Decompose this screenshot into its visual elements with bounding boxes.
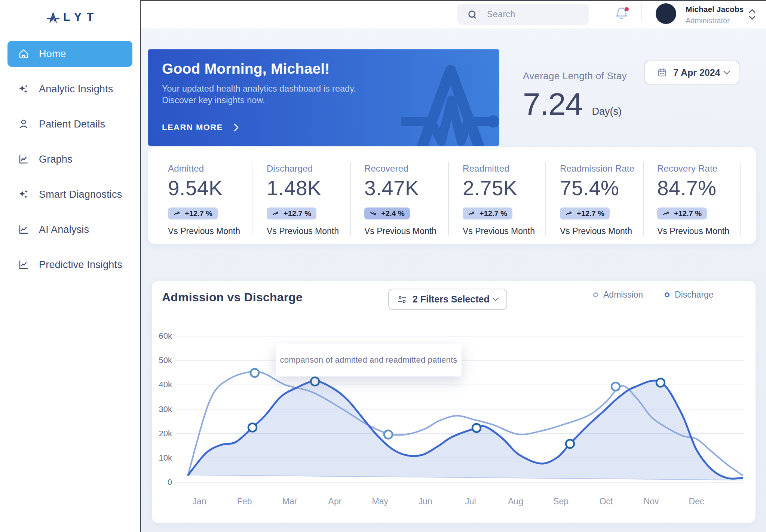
user-menu-chevrons-icon[interactable] xyxy=(748,6,756,23)
trending-up-icon xyxy=(662,209,671,218)
svg-text:Jun: Jun xyxy=(419,496,432,506)
sidebar-item-label: Analytic Insights xyxy=(39,83,113,95)
avg-stay-label: Average Length of Stay xyxy=(523,70,627,82)
stat-delta: +12.7 % xyxy=(577,209,604,218)
stat-delta: +12.7 % xyxy=(479,209,507,218)
svg-text:Nov: Nov xyxy=(644,496,659,506)
dashboard-app: LYT Home Analytic Insights Patient Detai… xyxy=(0,0,766,532)
stat-discharged: Discharged 1.48K +12.7 % Vs Previous Mon… xyxy=(267,147,356,244)
stat-label: Recovered xyxy=(364,163,408,174)
user-avatar[interactable] xyxy=(656,3,676,24)
stats-card: Admitted 9.54K +12.7 % Vs Previous Month… xyxy=(148,147,756,244)
stat-value: 84.7% xyxy=(657,176,716,200)
sidebar-item-label: Predictive Insights xyxy=(39,259,122,271)
topbar-divider xyxy=(641,3,641,22)
search-input[interactable]: Search xyxy=(457,4,589,25)
stat-note: Vs Previous Month xyxy=(560,226,632,236)
sidebar-item-label: Smart Diagnostics xyxy=(39,189,122,200)
sidebar-item-patient-details[interactable]: Patient Details xyxy=(7,111,132,137)
stat-trend-badge: +2.4 % xyxy=(364,207,410,219)
sidebar-item-analytic-insights[interactable]: Analytic Insights xyxy=(7,76,132,102)
welcome-banner: Good Morning, Michael! Your updated heal… xyxy=(148,49,499,146)
sidebar-item-label: Home xyxy=(39,48,66,60)
stat-delta: +12.7 % xyxy=(185,209,212,218)
chart-tooltip-text: comparison of admitted and readmitted pa… xyxy=(280,355,457,365)
search-icon xyxy=(467,9,478,20)
svg-text:Sep: Sep xyxy=(553,496,569,506)
date-picker-button[interactable]: 7 Apr 2024 xyxy=(644,61,739,84)
home-icon xyxy=(18,48,29,59)
stat-label: Admitted xyxy=(168,163,204,174)
user-name: Michael Jacobs xyxy=(686,5,744,14)
trending-up-icon xyxy=(468,209,476,218)
svg-text:May: May xyxy=(372,496,389,506)
sidebar-item-label: Graphs xyxy=(39,154,73,165)
stat-recovered: Recovered 3.47K +2.4 % Vs Previous Month xyxy=(364,147,454,244)
banner-subtitle-line1: Your updated health analytics dashboard … xyxy=(162,83,356,95)
stat-trend-badge: +12.7 % xyxy=(463,207,512,219)
avg-stay-value-row: 7.24 Day(s) xyxy=(523,86,622,122)
banner-subtitle-line2: Discover key insights now. xyxy=(162,95,356,106)
stat-trend-badge: +12.7 % xyxy=(168,207,218,219)
stat-value: 75.4% xyxy=(560,176,619,200)
brand-logo-text: LYT xyxy=(63,10,99,24)
chart-tooltip: comparison of admitted and readmitted pa… xyxy=(276,344,462,376)
sidebar-item-graphs[interactable]: Graphs xyxy=(7,146,132,172)
svg-text:Jan: Jan xyxy=(192,496,206,506)
chevron-right-icon xyxy=(233,123,239,132)
banner-title: Good Morning, Michael! xyxy=(162,61,330,77)
brand-watermark-icon xyxy=(401,62,499,146)
svg-text:Jul: Jul xyxy=(465,496,476,506)
svg-text:40k: 40k xyxy=(159,380,172,389)
stat-note: Vs Previous Month xyxy=(168,226,240,236)
stat-trend-badge: +12.7 % xyxy=(267,207,316,219)
svg-text:0: 0 xyxy=(168,477,172,487)
brand-logo[interactable]: LYT xyxy=(0,10,140,24)
stat-delta: +2.4 % xyxy=(381,209,405,218)
brand-logo-icon xyxy=(47,11,59,23)
learn-more-label: LEARN MORE xyxy=(162,123,223,132)
sidebar-item-ai-analysis[interactable]: AI Analysis xyxy=(7,216,132,243)
admission-discharge-chart[interactable]: 010k20k30k40k50k60kJanFebMarAprMayJunJul… xyxy=(152,281,756,523)
sidebar-nav: Home Analytic Insights Patient Details G… xyxy=(7,41,132,287)
stat-note: Vs Previous Month xyxy=(267,226,339,236)
stat-readmitted: Readmitted 2.75K +12.7 % Vs Previous Mon… xyxy=(463,147,552,244)
avg-stay-unit: Day(s) xyxy=(592,106,622,117)
trending-down-icon xyxy=(370,209,378,218)
date-picker-value: 7 Apr 2024 xyxy=(673,67,720,78)
notification-dot xyxy=(625,7,629,11)
stat-note: Vs Previous Month xyxy=(657,226,729,236)
svg-text:60k: 60k xyxy=(159,331,172,341)
chart-line-icon xyxy=(18,154,29,165)
chart-line-icon xyxy=(18,224,29,235)
user-role: Administrator xyxy=(686,16,730,25)
sparkles-icon xyxy=(18,189,29,200)
notifications-button[interactable] xyxy=(615,5,629,22)
svg-text:10k: 10k xyxy=(159,453,172,462)
svg-text:20k: 20k xyxy=(159,429,172,438)
calendar-icon xyxy=(657,68,667,77)
stat-label: Readmission Rate xyxy=(560,163,634,174)
learn-more-button[interactable]: LEARN MORE xyxy=(162,123,239,132)
chart-line-icon xyxy=(18,259,29,270)
stat-recovery-rate: Recovery Rate 84.7% +12.7 % Vs Previous … xyxy=(657,147,747,244)
svg-text:Feb: Feb xyxy=(237,496,252,506)
chart-card: Admission vs Discharge 2 Filters Selecte… xyxy=(152,281,756,523)
stat-readmission-rate: Readmission Rate 75.4% +12.7 % Vs Previo… xyxy=(560,147,650,244)
stat-trend-badge: +12.7 % xyxy=(657,207,707,219)
top-bar: Search Michael Jacobs Administrator xyxy=(141,1,766,28)
stat-label: Readmitted xyxy=(463,163,509,174)
sidebar-item-smart-diagnostics[interactable]: Smart Diagnostics xyxy=(7,181,132,207)
sparkles-icon xyxy=(18,83,29,95)
banner-subtitle: Your updated health analytics dashboard … xyxy=(162,83,356,106)
trending-up-icon xyxy=(173,209,181,218)
person-icon xyxy=(18,119,29,130)
main-panel: Search Michael Jacobs Administrator Good… xyxy=(140,0,766,532)
stat-label: Recovery Rate xyxy=(657,163,717,174)
svg-text:50k: 50k xyxy=(159,356,172,365)
stat-value: 3.47K xyxy=(364,176,419,200)
sidebar-item-home[interactable]: Home xyxy=(7,41,132,67)
sidebar-item-predictive-insights[interactable]: Predictive Insights xyxy=(7,252,132,278)
stat-delta: +12.7 % xyxy=(674,209,702,218)
avg-stay-value: 7.24 xyxy=(523,86,583,122)
